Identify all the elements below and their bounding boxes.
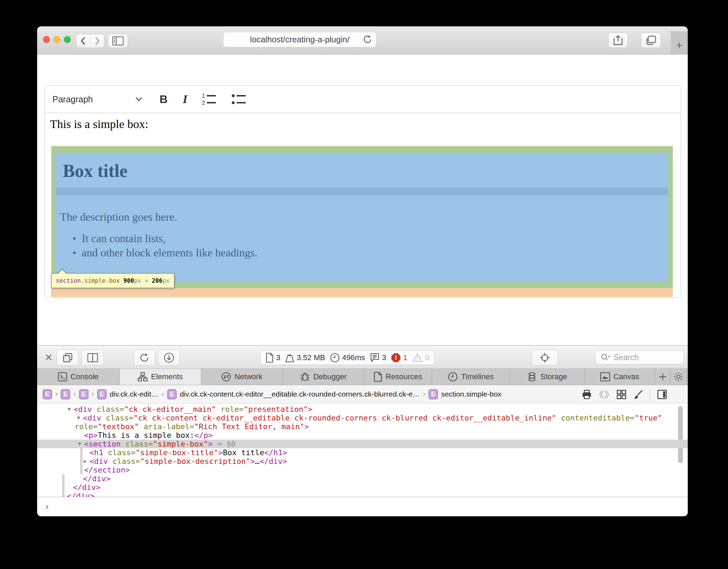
code-brackets-icon[interactable] (599, 390, 610, 399)
url-text: localhost/creating-a-plugin/ (250, 35, 350, 44)
nav-button-group (76, 34, 104, 48)
dom-tree-node[interactable]: ▼<div class="ck ck-editor__main" role="p… (74, 405, 313, 414)
printer-icon[interactable] (582, 390, 592, 399)
tab-storage[interactable]: Storage (510, 369, 585, 385)
stat-value: 1 (403, 353, 407, 362)
disclosure-closed-icon[interactable]: ▶ (84, 457, 87, 466)
browser-titlebar: localhost/creating-a-plugin/ + (37, 26, 688, 54)
disclosure-open-icon[interactable]: ▼ (68, 405, 71, 414)
stat-document[interactable]: 3 (265, 353, 280, 363)
scrollbar-thumb[interactable] (678, 406, 683, 463)
breadcrumb-item-div[interactable]: Ediv.ck.ck-edit… (97, 389, 159, 399)
download-button[interactable] (158, 350, 180, 366)
tab-elements[interactable]: Elements (120, 369, 201, 385)
tab-overview-button[interactable] (641, 33, 661, 48)
dock-icon (63, 353, 73, 363)
split-view-button[interactable] (82, 350, 104, 366)
tab-label: Canvas (613, 372, 640, 381)
tab-label: Network (235, 372, 263, 381)
tab-network[interactable]: Network (201, 369, 283, 385)
paragraph-dropdown[interactable]: Paragraph (52, 94, 93, 104)
new-tab-button[interactable]: + (671, 31, 688, 54)
tab-canvas[interactable]: Canvas (585, 369, 655, 385)
tab-label: Storage (540, 372, 567, 381)
reload-icon[interactable] (363, 35, 372, 44)
code-token-attr: aria-label= (139, 422, 194, 431)
dom-tree-node[interactable]: role="textbox" aria-label="Rich Text Edi… (75, 422, 309, 431)
tab-new-panel[interactable] (655, 369, 670, 385)
ckeditor-frame: Paragraph B I 12 This is a simple box: (44, 85, 681, 298)
code-token-val: "ck ck-content ck-editor__editable ck-ro… (134, 414, 557, 422)
tab-label: Resources (386, 372, 422, 381)
url-field[interactable]: localhost/creating-a-plugin/ (223, 32, 376, 47)
tab-resources[interactable]: Resources (364, 369, 432, 385)
bold-button[interactable]: B (160, 93, 168, 106)
stat-clock[interactable]: 496ms (330, 353, 365, 363)
zoom-traffic-light[interactable] (64, 36, 71, 43)
code-token-tag: </h1> (264, 448, 287, 457)
tab-debugger[interactable]: Debugger (283, 369, 364, 385)
stat-warning[interactable]: 0 (412, 353, 429, 362)
dom-tree-node[interactable]: </section> (84, 466, 130, 474)
resource-stats-bar[interactable]: 33.52 MB496ms3!10 (260, 350, 434, 365)
disclosure-open-icon[interactable]: ▼ (78, 440, 81, 448)
back-button[interactable] (76, 36, 91, 45)
list-item: It can contain lists, (73, 231, 257, 246)
element-picker-button[interactable] (532, 350, 558, 366)
panel-icon[interactable] (657, 390, 667, 399)
close-inspector-button[interactable]: ✕ (43, 350, 54, 364)
dom-tree-node[interactable]: ▼<section class="simple-box"> = $0 (84, 440, 236, 448)
code-token-val: "textbox" (98, 422, 139, 431)
search-input[interactable]: Search (595, 350, 684, 364)
dom-tree-node[interactable]: ▶<div class="simple-box-description">…</… (90, 457, 287, 466)
italic-button[interactable]: I (183, 93, 187, 106)
dom-tree-node[interactable]: ▼<div class="ck ck-content ck-editor__ed… (83, 414, 662, 422)
close-traffic-light[interactable] (43, 36, 50, 43)
dock-button[interactable] (57, 350, 79, 366)
minimize-traffic-light[interactable] (53, 36, 60, 43)
breadcrumb-item[interactable]: E (43, 389, 52, 399)
code-token-tag: > (308, 405, 313, 414)
share-button[interactable] (608, 33, 628, 48)
code-token-attr: contenteditable= (556, 414, 634, 422)
breadcrumb-item[interactable]: E (61, 389, 70, 399)
stat-bubble[interactable]: 3 (370, 353, 386, 363)
code-token-val: "true" (634, 414, 662, 422)
disclosure-open-icon[interactable]: ▼ (77, 414, 80, 422)
breadcrumb-item-section[interactable]: Esection.simple-box (429, 389, 501, 399)
debugger-icon (300, 372, 310, 382)
code-token-meta: = $0 (213, 440, 236, 448)
dom-tree-node[interactable]: <h1 class="simple-box-title">Box title</… (90, 448, 287, 457)
stat-weight[interactable]: 3.52 MB (285, 353, 325, 363)
stat-value: 496ms (342, 353, 365, 362)
inspect-highlight-band (56, 187, 668, 195)
console-prompt[interactable]: › (37, 497, 688, 516)
bulleted-list-button[interactable] (231, 92, 247, 106)
tab-label: Console (70, 372, 99, 381)
forward-button[interactable] (91, 36, 104, 45)
code-token-val: "simple-box-title" (135, 448, 218, 457)
dom-tree-node[interactable]: </div> (73, 483, 100, 492)
tab-settings[interactable] (670, 369, 686, 385)
stat-error[interactable]: !1 (391, 353, 407, 363)
numbered-list-button[interactable]: 12 (201, 92, 217, 106)
elements-icon (138, 372, 147, 381)
dom-tree-node[interactable]: </div> (83, 474, 110, 483)
dom-tree-node[interactable]: </div> (67, 492, 94, 497)
back-icon (79, 36, 87, 45)
chevron-down-icon[interactable] (135, 96, 143, 102)
tab-console[interactable]: Console (37, 369, 120, 385)
sidebar-button[interactable] (108, 34, 128, 48)
reload-page-button[interactable] (134, 350, 155, 366)
inspect-highlight-margin (51, 288, 673, 297)
breadcrumb-item-div[interactable]: Ediv.ck.ck-content.ck-editor__editable.c… (167, 389, 420, 399)
code-token-attr: class= (103, 448, 136, 457)
grid-icon[interactable] (617, 390, 626, 399)
dom-tree: ▼<div class="ck ck-editor__main" role="p… (37, 404, 688, 497)
breadcrumb-item[interactable]: E (79, 389, 88, 399)
brush-icon[interactable] (633, 390, 643, 399)
editable-area[interactable]: This is a simple box: Box title The desc… (45, 113, 681, 297)
new-tab-icon: + (676, 36, 683, 54)
dom-tree-node[interactable]: <p>This is a simple box:</p> (84, 431, 213, 440)
tab-timelines[interactable]: Timelines (432, 369, 510, 385)
